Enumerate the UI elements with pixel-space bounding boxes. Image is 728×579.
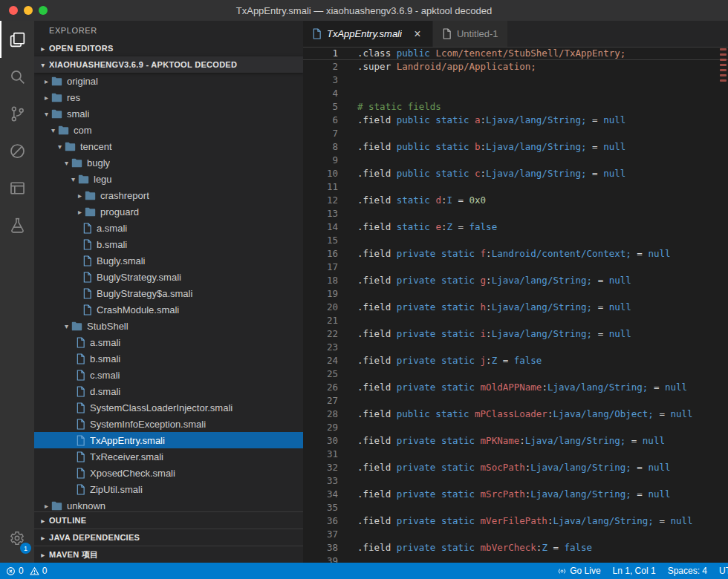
tree-folder-tencent[interactable]: ▾tencent [34,138,303,154]
code-line-24[interactable]: 24.field private static j:Z = false [303,354,728,367]
code-line-30[interactable]: 30.field private static mPKName:Ljava/la… [303,434,728,448]
section-java-dependencies[interactable]: ▸JAVA DEPENDENCIES [34,529,303,546]
code-line-19[interactable]: 19 [303,287,728,301]
line-number[interactable]: 35 [303,501,338,514]
code-line-36[interactable]: 36.field private static mVerFilePath:Lja… [303,514,728,528]
line-number[interactable]: 31 [303,448,338,461]
tree-folder-smali[interactable]: ▾smali [34,105,303,122]
tree-folder-original[interactable]: ▸original [34,73,303,89]
code-line-14[interactable]: 14.field static e:Z = false [303,220,728,234]
line-number[interactable]: 8 [303,140,338,154]
settings-gear-icon[interactable]: 1 [0,520,34,557]
line-number[interactable]: 27 [303,394,338,408]
line-number[interactable]: 36 [303,514,338,528]
tree-file-systeminfoexception-smali[interactable]: SystemInfoException.smali [34,416,303,432]
code-line-27[interactable]: 27 [303,394,728,408]
line-number[interactable]: 12 [303,194,338,207]
tree-file-buglystrategy-a-smali[interactable]: BuglyStrategy$a.smali [34,285,303,301]
code-line-21[interactable]: 21 [303,314,728,327]
close-tab-icon[interactable]: × [412,28,423,40]
indentation-indicator[interactable]: Spaces: 4 [668,566,707,576]
tree-folder-res[interactable]: ▸res [34,89,303,105]
code-line-5[interactable]: 5# static fields [303,100,728,114]
code-line-33[interactable]: 33 [303,474,728,488]
beaker-icon[interactable] [0,206,34,243]
tree-folder-stubshell[interactable]: ▾StubShell [34,318,303,334]
code-line-7[interactable]: 7 [303,127,728,140]
line-number[interactable]: 14 [303,220,338,234]
line-number[interactable]: 5 [303,100,338,114]
line-number[interactable]: 30 [303,434,338,448]
line-number[interactable]: 28 [303,408,338,421]
line-number[interactable]: 17 [303,261,338,274]
tree-file-b-smali[interactable]: b.smali [34,350,303,367]
code-line-1[interactable]: 1.class public Lcom/tencent/StubShell/Tx… [303,47,728,60]
code-line-28[interactable]: 28.field public static mPClassLoader:Lja… [303,408,728,421]
line-number[interactable]: 37 [303,528,338,541]
line-number[interactable]: 7 [303,127,338,140]
code-line-11[interactable]: 11 [303,180,728,194]
tab-txappentry-smali[interactable]: TxAppEntry.smali× [303,21,433,47]
line-number[interactable]: 34 [303,488,338,501]
line-number[interactable]: 9 [303,154,338,167]
line-number[interactable]: 11 [303,180,338,194]
tree-file-systemclassloaderinjector-smali[interactable]: SystemClassLoaderInjector.smali [34,399,303,416]
line-number[interactable]: 23 [303,341,338,354]
tree-file-d-smali[interactable]: d.smali [34,383,303,399]
line-number[interactable]: 29 [303,421,338,434]
code-line-34[interactable]: 34.field private static mSrcPath:Ljava/l… [303,488,728,501]
code-line-10[interactable]: 10.field public static c:Ljava/lang/Stri… [303,167,728,180]
code-line-32[interactable]: 32.field private static mSocPath:Ljava/l… [303,461,728,474]
tree-file-txreceiver-smali[interactable]: TxReceiver.smali [34,448,303,465]
line-number[interactable]: 32 [303,461,338,474]
tree-file-ziputil-smali[interactable]: ZipUtil.smali [34,481,303,497]
code-line-9[interactable]: 9 [303,154,728,167]
code-line-39[interactable]: 39 [303,555,728,563]
close-window-button[interactable] [9,6,18,15]
line-number[interactable]: 33 [303,474,338,488]
line-number[interactable]: 4 [303,87,338,100]
line-number[interactable]: 1 [303,48,338,59]
tree-folder-com[interactable]: ▾com [34,122,303,138]
circle-slash-icon[interactable] [0,132,34,169]
line-number[interactable]: 21 [303,314,338,327]
line-number[interactable]: 10 [303,167,338,180]
code-line-17[interactable]: 17 [303,261,728,274]
tree-file-buglystrategy-smali[interactable]: BuglyStrategy.smali [34,269,303,285]
line-number[interactable]: 24 [303,354,338,367]
go-live-button[interactable]: Go Live [557,566,600,576]
tree-folder-bugly[interactable]: ▾bugly [34,154,303,171]
code-line-8[interactable]: 8.field public static b:Ljava/lang/Strin… [303,140,728,154]
code-line-13[interactable]: 13 [303,207,728,220]
tree-file-xposedcheck-smali[interactable]: XposedCheck.smali [34,465,303,481]
code-line-31[interactable]: 31 [303,448,728,461]
line-number[interactable]: 15 [303,234,338,247]
tree-file-txappentry-smali[interactable]: TxAppEntry.smali [34,432,303,448]
tree-file-a-smali[interactable]: a.smali [34,334,303,350]
line-number[interactable]: 3 [303,73,338,87]
tree-folder-unknown[interactable]: ▸unknown [34,497,303,511]
code-line-4[interactable]: 4 [303,87,728,100]
tree-file-a-smali[interactable]: a.smali [34,220,303,236]
cursor-position[interactable]: Ln 1, Col 1 [613,566,656,576]
line-number[interactable]: 18 [303,274,338,287]
line-number[interactable]: 20 [303,301,338,314]
code-area[interactable]: 1.class public Lcom/tencent/StubShell/Tx… [303,47,728,563]
code-line-20[interactable]: 20.field private static h:Ljava/lang/Str… [303,301,728,314]
code-line-37[interactable]: 37 [303,528,728,541]
line-number[interactable]: 25 [303,367,338,381]
code-line-23[interactable]: 23 [303,341,728,354]
source-control-icon[interactable] [0,95,34,132]
tree-file-bugly-smali[interactable]: Bugly.smali [34,252,303,269]
code-line-18[interactable]: 18.field private static g:Ljava/lang/Str… [303,274,728,287]
open-editors-section[interactable]: ▸ OPEN EDITORS [34,40,303,56]
line-number[interactable]: 22 [303,327,338,341]
code-line-16[interactable]: 16.field private static f:Landroid/conte… [303,247,728,261]
line-number[interactable]: 39 [303,555,338,563]
tab-untitled-1[interactable]: Untitled-1 [433,21,508,47]
line-number[interactable]: 19 [303,287,338,301]
tree-folder-crashreport[interactable]: ▸crashreport [34,187,303,203]
line-number[interactable]: 6 [303,114,338,127]
problems-indicator[interactable]: 0 0 [6,566,50,576]
tree-file-c-smali[interactable]: c.smali [34,367,303,383]
